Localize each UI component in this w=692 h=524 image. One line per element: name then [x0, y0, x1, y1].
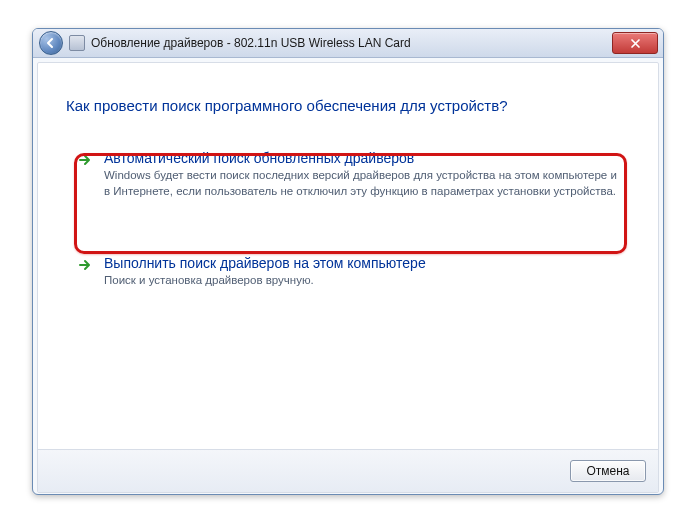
- content-area: Как провести поиск программного обеспече…: [38, 63, 658, 449]
- arrow-icon: [76, 150, 94, 199]
- option-texts: Автоматический поиск обновленных драйвер…: [104, 150, 620, 199]
- close-icon: [630, 38, 641, 49]
- option-auto-search[interactable]: Автоматический поиск обновленных драйвер…: [66, 140, 630, 211]
- option-auto-desc: Windows будет вести поиск последних верс…: [104, 168, 620, 199]
- arrow-icon: [76, 255, 94, 289]
- option-browse-computer[interactable]: Выполнить поиск драйверов на этом компью…: [66, 245, 630, 301]
- titlebar: Обновление драйверов - 802.11n USB Wirel…: [33, 29, 663, 58]
- window-title: Обновление драйверов - 802.11n USB Wirel…: [91, 36, 411, 50]
- page-heading: Как провести поиск программного обеспече…: [66, 97, 630, 114]
- window-icon: [69, 35, 85, 51]
- footer: Отмена: [38, 449, 658, 492]
- option-browse-desc: Поиск и установка драйверов вручную.: [104, 273, 620, 289]
- option-texts: Выполнить поиск драйверов на этом компью…: [104, 255, 620, 289]
- back-button[interactable]: [39, 31, 63, 55]
- option-auto-title: Автоматический поиск обновленных драйвер…: [104, 150, 620, 166]
- client-area: Как провести поиск программного обеспече…: [37, 62, 659, 493]
- option-browse-title: Выполнить поиск драйверов на этом компью…: [104, 255, 620, 271]
- cancel-button[interactable]: Отмена: [570, 460, 646, 482]
- update-driver-window: Обновление драйверов - 802.11n USB Wirel…: [32, 28, 664, 495]
- close-button[interactable]: [612, 32, 658, 54]
- back-arrow-icon: [45, 37, 57, 49]
